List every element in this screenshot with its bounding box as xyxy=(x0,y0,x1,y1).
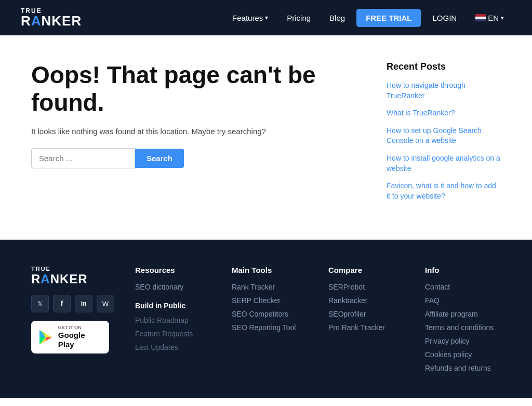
google-play-bottom-text: Google Play xyxy=(58,331,103,349)
error-section: Oops! That page can't be found. It looks… xyxy=(31,61,345,208)
footer-resource-link[interactable]: SEO dictionary xyxy=(135,283,211,291)
flag-icon xyxy=(475,14,486,21)
footer-build-link[interactable]: Feature Requests xyxy=(135,330,211,338)
recent-post-link[interactable]: What is TrueRanker? xyxy=(387,108,501,119)
footer-logo-true: TRUE xyxy=(31,266,114,272)
sidebar: Recent Posts How to navigate through Tru… xyxy=(387,61,501,208)
footer-info-link[interactable]: Privacy policy xyxy=(425,337,501,345)
footer-info-link[interactable]: FAQ xyxy=(425,296,501,305)
facebook-icon[interactable]: f xyxy=(53,295,71,312)
search-button[interactable]: Search xyxy=(135,149,184,168)
footer-resources: Resources SEO dictionary Build in Public… xyxy=(135,266,211,357)
social-icons: 𝕏 f in W xyxy=(31,295,114,312)
free-trial-button[interactable]: FREE TRIAL xyxy=(356,9,421,27)
recent-post-link[interactable]: How to navigate through TrueRanker xyxy=(387,81,501,101)
footer-compare-link[interactable]: Ranktracker xyxy=(328,296,404,305)
logo-ranker-text: RANKER xyxy=(21,14,82,28)
site-logo[interactable]: TRUE RANKER xyxy=(21,8,82,28)
footer-info-link[interactable]: Cookies policy xyxy=(425,350,501,359)
footer-grid: TRUE RANKER 𝕏 f in W xyxy=(31,266,501,377)
main-content: Oops! That page can't be found. It looks… xyxy=(0,35,532,240)
footer-tool-link[interactable]: SERP Checker xyxy=(232,296,308,305)
footer-build-in-public-title: Build in Public xyxy=(135,302,211,310)
footer-compare: Compare SERProbotRanktrackerSEOprofilerP… xyxy=(328,266,404,337)
recent-posts-title: Recent Posts xyxy=(387,61,501,72)
nav-language[interactable]: EN ▾ xyxy=(468,9,511,27)
google-play-badge[interactable]: GET IT ON Google Play xyxy=(31,321,109,353)
footer-brand: TRUE RANKER 𝕏 f in W xyxy=(31,266,114,353)
footer-build-link[interactable]: Last Updates xyxy=(135,343,211,351)
footer-resources-title: Resources xyxy=(135,266,211,274)
footer-logo-ranker: RANKER xyxy=(31,272,114,286)
footer-compare-link[interactable]: SEOprofiler xyxy=(328,310,404,318)
nav-blog[interactable]: Blog xyxy=(322,9,352,27)
footer-resources-links: SEO dictionary xyxy=(135,283,211,291)
footer-tool-link[interactable]: SEO Reporting Tool xyxy=(232,323,308,332)
main-nav: Features Pricing Blog FREE TRIAL LOGIN E… xyxy=(225,9,511,27)
footer-tool-link[interactable]: SEO Competitors xyxy=(232,310,308,318)
footer-compare-title: Compare xyxy=(328,266,404,274)
nav-features[interactable]: Features xyxy=(225,9,275,27)
footer-info-link[interactable]: Refunds and returns xyxy=(425,364,501,372)
footer-main-tools: Main Tools Rank TrackerSERP CheckerSEO C… xyxy=(232,266,308,337)
search-input[interactable] xyxy=(31,148,135,168)
footer-info-links: ContactFAQAffiliate programTerms and con… xyxy=(425,283,501,372)
footer-compare-links: SERProbotRanktrackerSEOprofilerPro Rank … xyxy=(328,283,404,332)
recent-post-link[interactable]: Favicon, what is it and how to add it to… xyxy=(387,181,501,201)
nav-login[interactable]: LOGIN xyxy=(425,9,464,27)
wordpress-icon[interactable]: W xyxy=(97,295,114,312)
footer-compare-link[interactable]: SERProbot xyxy=(328,283,404,291)
recent-post-link[interactable]: How to set up Google Search Console on a… xyxy=(387,126,501,146)
footer: TRUE RANKER 𝕏 f in W xyxy=(0,240,532,398)
footer-info-link[interactable]: Terms and conditions xyxy=(425,323,501,332)
footer-info-title: Info xyxy=(425,266,501,274)
footer-main-tools-title: Main Tools xyxy=(232,266,308,274)
footer-info-link[interactable]: Contact xyxy=(425,283,501,291)
error-title: Oops! That page can't be found. xyxy=(31,61,345,116)
play-store-icon xyxy=(37,329,54,346)
footer-tools-links: Rank TrackerSERP CheckerSEO CompetitorsS… xyxy=(232,283,308,332)
recent-post-link[interactable]: How to install google analytics on a web… xyxy=(387,153,501,174)
footer-info: Info ContactFAQAffiliate programTerms an… xyxy=(425,266,501,377)
lang-chevron-icon: ▾ xyxy=(501,15,504,21)
error-description: It looks like nothing was found at this … xyxy=(31,127,345,136)
twitter-icon[interactable]: 𝕏 xyxy=(31,295,49,312)
recent-posts-list: How to navigate through TrueRankerWhat i… xyxy=(387,81,501,201)
search-form: Search xyxy=(31,148,345,168)
footer-info-link[interactable]: Affiliate program xyxy=(425,310,501,318)
lang-label: EN xyxy=(488,14,499,22)
footer-logo[interactable]: TRUE RANKER xyxy=(31,266,114,286)
footer-build-links: Public RoadmapFeature RequestsLast Updat… xyxy=(135,316,211,351)
google-play-top-text: GET IT ON xyxy=(58,325,103,331)
footer-tool-link[interactable]: Rank Tracker xyxy=(232,283,308,291)
svg-marker-3 xyxy=(46,334,52,337)
footer-build-link[interactable]: Public Roadmap xyxy=(135,316,211,324)
svg-marker-4 xyxy=(46,337,52,341)
nav-pricing[interactable]: Pricing xyxy=(280,9,318,27)
footer-compare-link[interactable]: Pro Rank Tracker xyxy=(328,323,404,332)
linkedin-icon[interactable]: in xyxy=(75,295,92,312)
